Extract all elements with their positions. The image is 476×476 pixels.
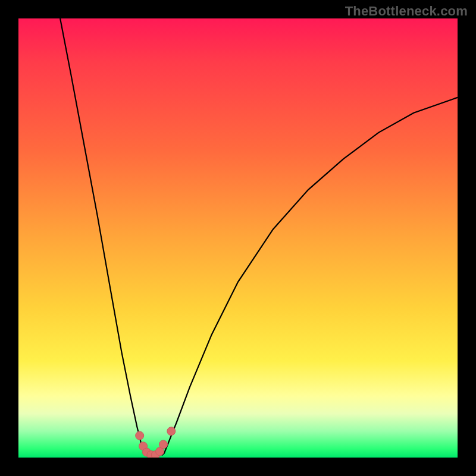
watermark-text: TheBottleneck.com bbox=[345, 4, 468, 19]
curve-left-branch bbox=[60, 18, 148, 455]
data-marker bbox=[136, 431, 144, 440]
bottom-markers bbox=[136, 427, 176, 458]
data-marker bbox=[159, 440, 168, 449]
data-marker bbox=[167, 427, 176, 436]
plot-area bbox=[18, 18, 458, 458]
curve-right-branch bbox=[162, 98, 458, 456]
chart-frame: TheBottleneck.com bbox=[0, 0, 476, 476]
curve-overlay bbox=[18, 18, 458, 458]
